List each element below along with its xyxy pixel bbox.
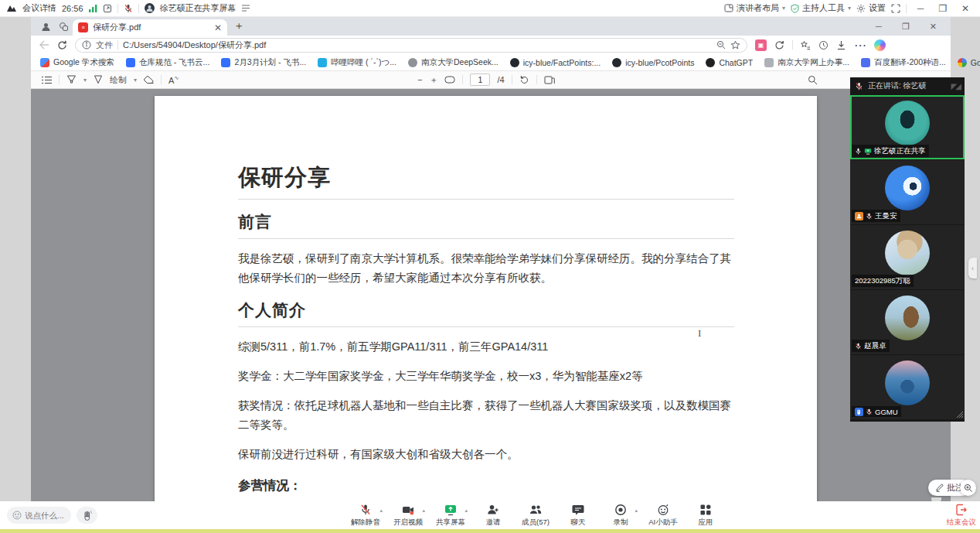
host-badge-icon [855,212,863,220]
sharing-list-icon[interactable] [242,5,250,12]
magnify-button[interactable] [960,480,976,496]
bookmark-google[interactable]: Google [958,58,980,67]
address-bar[interactable]: 文件 C:/Users/54904/Desktop/保研分享.pdf [75,38,747,53]
zoom-page-icon[interactable] [716,40,726,50]
read-aloud-icon[interactable]: A∿ [168,75,179,85]
chevron-down-icon[interactable]: ▾ [134,77,137,84]
browser-close-button[interactable]: ✕ [930,22,937,32]
bookmark-feishu-doc[interactable]: 仓库规范 - 飞书云... [126,57,210,68]
layout-selector-button[interactable]: 演讲者布局 ▾ [724,2,785,14]
browser-minimize-button[interactable]: ─ [876,22,882,31]
zoom-in-button[interactable]: ＋ [429,74,437,86]
record-button[interactable]: ▴ 录制 [604,504,637,528]
fullscreen-icon[interactable] [891,4,900,13]
bookmark-chatgpt[interactable]: ChatGPT [706,58,753,67]
apps-button[interactable]: 应用 [689,504,722,528]
magnifier-plus-icon [964,483,973,493]
end-meeting-button[interactable]: 结束会议 [946,504,977,528]
browser-tab-strip: ≡ 保研分享.pdf ✕ ＋ ─ ❐ ✕ [31,17,951,36]
eraser-icon[interactable] [144,76,154,84]
bookmark-google-scholar[interactable]: Google 学术搜索 [40,57,114,68]
draw-label[interactable]: 绘制 [110,74,127,86]
bookmark-nju-deepseek[interactable]: 南京大学DeepSeek... [408,57,499,68]
extension-pink-icon[interactable]: ▣ [755,39,767,51]
settings-button[interactable]: 设置 [856,2,886,14]
maximize-button[interactable]: ❐ [934,3,951,14]
chevron-up-icon[interactable]: ▴ [464,507,468,514]
bookmark-baidu-translate[interactable]: 百度翻译-200种语... [861,57,946,68]
open-external-icon[interactable] [103,4,112,13]
chat-input[interactable] [25,511,66,520]
favorites-hub-icon[interactable] [801,40,811,50]
bookmark-star-icon[interactable] [730,40,740,50]
draw-pen-icon[interactable] [94,75,103,84]
tab-close-icon[interactable]: ✕ [214,22,222,33]
pdf-viewer[interactable]: 保研分享 前言 我是徐艺硕，保研到了南京大学计算机系。很荣幸能给学弟学妹们分享保… [31,89,951,501]
toc-icon[interactable] [42,76,52,84]
close-button[interactable]: ✕ [957,3,974,14]
chevron-down-icon: ▾ [782,5,785,12]
new-tab-button[interactable]: ＋ [233,19,244,33]
members-button[interactable]: 成员(57) [519,504,552,528]
history-icon[interactable] [818,40,829,50]
chat-button[interactable]: 聊天 [562,504,594,528]
downloads-icon[interactable] [836,40,846,50]
wave-hand-button[interactable] [77,507,97,524]
bookmark-nju-services[interactable]: 南京大学网上办事... [764,57,849,68]
unmute-button[interactable]: ▴ 解除静音 [349,504,382,528]
doc-paragraph: 我是徐艺硕，保研到了南京大学计算机系。很荣幸能给学弟学妹们分享保研经历。我的分享… [238,249,734,288]
mic-muted-status-icon[interactable] [124,4,133,13]
panel-collapse-icon[interactable]: ◤◢ [951,82,960,91]
search-icon[interactable] [808,75,818,85]
bookmark-github-pcotpoints[interactable]: icy-blue/PcotPoints [612,58,694,67]
chevron-up-icon[interactable]: ▴ [635,507,638,514]
chat-input-box[interactable] [7,507,71,524]
chevron-up-icon[interactable]: ▴ [379,507,383,514]
page-number-input[interactable] [470,73,490,86]
bookmark-bilibili[interactable]: 哔哩哔哩 ( ´-`)つ... [318,57,396,68]
avatar [885,296,930,340]
start-video-button[interactable]: ▴ 开启视频 [392,504,424,528]
bookmark-github-factpoints[interactable]: icy-blue/FactPoints:... [510,58,601,67]
doc-title: 保研分享 [238,162,734,193]
reload-icon[interactable] [57,40,67,50]
participant-tile-zhaochenzhuo[interactable]: 赵晨卓 [850,289,965,354]
browser-tab-active[interactable]: ≡ 保研分享.pdf ✕ [73,19,227,36]
chevron-down-icon[interactable]: ▾ [83,77,87,84]
tab-workspaces-icon[interactable] [59,22,69,32]
panel-resize-handle[interactable] [955,410,963,418]
invite-button[interactable]: 邀请 [477,504,509,528]
zoom-out-button[interactable]: − [417,75,422,84]
participant-tile-xuyishuo[interactable]: 徐艺硕正在共享 [850,94,965,159]
google-icon [958,58,967,67]
tab-title: 保研分享.pdf [93,22,209,33]
browser-maximize-button[interactable]: ❐ [902,22,910,32]
doc-heading-profile: 个人简介 [238,299,734,321]
participant-tile-wancong[interactable]: 2022302985万聪 [850,224,965,289]
participant-tile-ggmu[interactable]: GGMU [850,354,965,419]
edge-panel-chevron[interactable]: ‹ [968,258,977,278]
meeting-details-button[interactable]: 会议详情 [22,2,56,14]
github-icon [612,58,621,67]
emoji-icon[interactable] [12,511,22,520]
bookmark-feishu-plan[interactable]: 2月3月计划 - 飞书... [221,57,306,68]
rotate-icon[interactable] [519,75,529,85]
participant-panel[interactable]: 正在讲话: 徐艺硕 ◤◢ 徐艺硕正在共享 王曼安 [850,77,965,422]
page-info-icon[interactable] [82,40,91,50]
profile-icon[interactable] [41,22,51,32]
page-view-icon[interactable] [544,76,555,84]
ai-assistant-button[interactable]: AI小助手 [647,504,679,528]
fit-page-icon[interactable] [444,76,455,84]
participant-tile-wangmanan[interactable]: 王曼安 [850,159,965,224]
share-screen-button[interactable]: ▴ 共享屏幕 [434,504,467,528]
back-icon[interactable] [39,40,49,50]
host-tools-button[interactable]: 主持人工具 ▾ [791,2,851,14]
minimize-button[interactable]: ─ [912,3,929,14]
chevron-up-icon[interactable]: ▴ [422,507,425,514]
participant-name: 徐艺硕正在共享 [874,146,926,156]
url-text: C:/Users/54904/Desktop/保研分享.pdf [123,39,712,51]
highlighter-icon[interactable] [66,75,77,84]
extension-sync-icon[interactable] [774,40,784,50]
more-menu-icon[interactable]: ⋯ [854,38,866,53]
copilot-icon[interactable] [874,39,886,51]
